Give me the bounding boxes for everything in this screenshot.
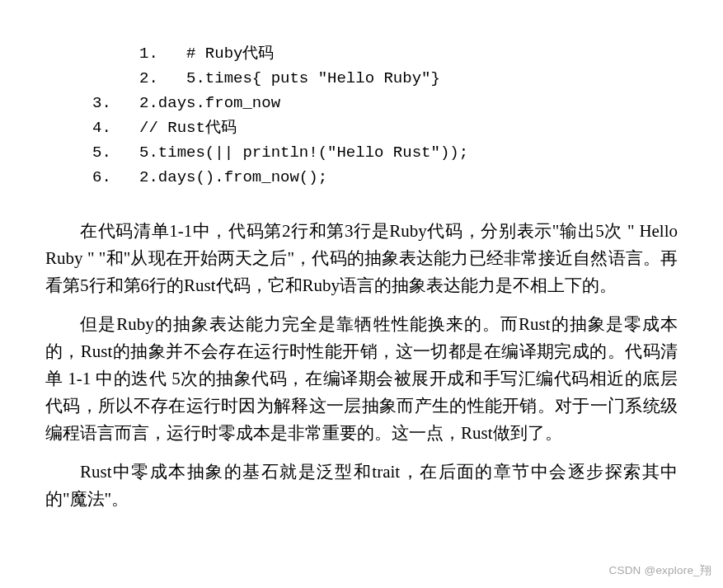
text: 次 ": [604, 221, 640, 241]
text: 中，代码第: [192, 221, 282, 241]
body-paragraph-3: Rust中零成本抽象的基石就是泛型和trait，在后面的章节中会逐步探索其中的"…: [45, 459, 678, 513]
text: trait: [372, 462, 400, 482]
text: 5: [595, 221, 604, 241]
text: 1-1: [169, 221, 192, 241]
code-line: 4. // Rust代码: [45, 115, 678, 140]
text: 行和第: [290, 221, 345, 241]
text: 行是: [353, 221, 389, 241]
text: 中的迭代: [91, 369, 171, 388]
code-listing: 1. # Ruby代码 2. 5.times{ puts "Hello Ruby…: [45, 41, 678, 190]
text: 5: [80, 275, 89, 295]
text: Ruby: [303, 275, 340, 295]
text: Rust: [519, 314, 551, 334]
text: 6: [141, 275, 150, 295]
code-line: 1. # Ruby代码: [45, 41, 678, 66]
body-paragraph-2: 但是Ruby的抽象表达能力完全是靠牺牲性能换来的。而Rust的抽象是零成本的，R…: [45, 311, 678, 447]
watermark: CSDN @explore_翔: [609, 563, 712, 578]
text: 的抽象表达能力完全是靠牺牲性能换来的。而: [154, 314, 519, 334]
text: Rust: [81, 341, 113, 361]
text: Ruby: [389, 221, 427, 241]
text: 代码，分别表示"输出: [427, 221, 595, 241]
text: 行和第: [89, 275, 141, 295]
text: 语言的抽象表达能力是不相上下的。: [340, 275, 617, 295]
text: 行的: [149, 275, 184, 295]
code-line: 6. 2.days().from_now();: [45, 165, 678, 190]
code-line: 5. 5.times(|| println!("Hello Rust"));: [45, 140, 678, 165]
text: Ruby: [116, 314, 154, 334]
text: 5: [171, 369, 181, 388]
text: 代码，它和: [216, 275, 303, 295]
text: Rust: [184, 275, 216, 295]
text: 做到了。: [493, 423, 562, 443]
text: Rust: [80, 462, 112, 482]
code-line: 3. 2.days.from_now: [45, 91, 678, 115]
body-paragraph-1: 在代码清单1-1中，代码第2行和第3行是Ruby代码，分别表示"输出5次 " H…: [45, 218, 678, 299]
text: 3: [345, 221, 354, 241]
text: Rust: [461, 423, 493, 443]
text: 中零成本抽象的基石就是泛型和: [112, 462, 373, 482]
text: 在代码清单: [80, 221, 169, 241]
text: 但是: [80, 314, 116, 334]
text: 1-1: [68, 369, 91, 388]
text: 2: [282, 221, 291, 241]
code-line: 2. 5.times{ puts "Hello Ruby"}: [45, 66, 678, 91]
